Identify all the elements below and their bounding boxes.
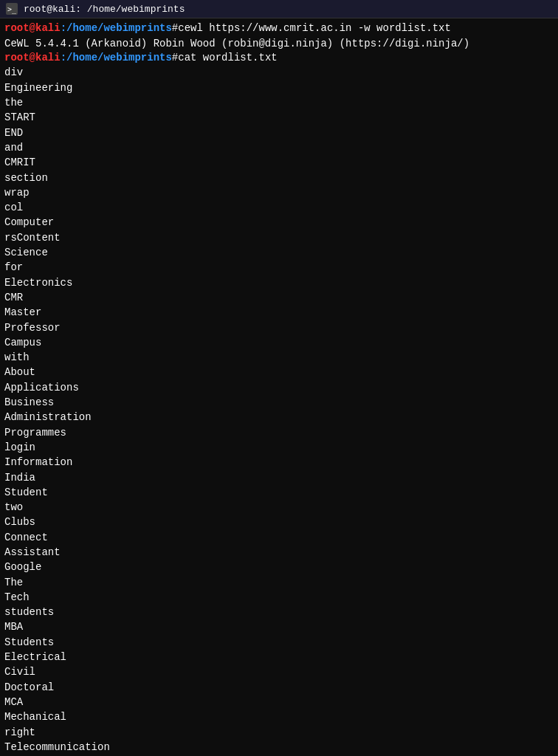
title-bar-text: root@kali: /home/webimprints — [24, 4, 185, 15]
svg-text:>_: >_ — [7, 5, 17, 14]
prompt-hash-1: # — [172, 21, 178, 36]
wordlist-item: Information — [4, 455, 554, 470]
wordlist-item: Connect — [4, 530, 554, 545]
wordlist-item: Professor — [4, 320, 554, 335]
prompt-hash-2: # — [172, 51, 178, 66]
wordlist-item: Science — [4, 245, 554, 260]
wordlist-item: col — [4, 200, 554, 215]
wordlist-item: Administration — [4, 410, 554, 425]
wordlist-item: MCA — [4, 695, 554, 709]
wordlist-item: Applications — [4, 380, 554, 395]
prompt-user-2: root@kali — [4, 51, 61, 66]
wordlist-item: div — [4, 65, 554, 80]
wordlist-item: Engineering — [4, 80, 554, 95]
wordlist-item: Student — [4, 485, 554, 500]
wordlist-item: with — [4, 350, 554, 365]
wordlist-item: Students — [4, 635, 554, 650]
wordlist-item: two — [4, 500, 554, 515]
wordlist-item: Computer — [4, 215, 554, 230]
wordlist-item: rsContent — [4, 230, 554, 245]
wordlist-item: right — [4, 725, 554, 740]
wordlist-item: The — [4, 575, 554, 590]
command-line-2: root@kali:/home/webimprints# cat wordlis… — [4, 51, 554, 66]
prompt-user-1: root@kali — [4, 21, 61, 36]
wordlist-item: Clubs — [4, 515, 554, 529]
wordlist-item: and — [4, 140, 554, 155]
wordlist-item: Master — [4, 305, 554, 320]
prompt-cmd-2: cat wordlist.txt — [178, 51, 277, 66]
wordlist-item: CMRIT — [4, 155, 554, 170]
prompt-path-1: :/home/webimprints — [61, 21, 172, 36]
wordlist-item: the — [4, 95, 554, 110]
wordlist-item: END — [4, 126, 554, 140]
prompt-cmd-1: cewl https://www.cmrit.ac.in -w wordlist… — [178, 21, 451, 36]
wordlist-item: Telecommunication — [4, 740, 554, 755]
wordlist-item: Doctoral — [4, 680, 554, 695]
wordlist-item: Tech — [4, 590, 554, 605]
wordlist-item: CMR — [4, 290, 554, 305]
prompt-path-2: :/home/webimprints — [61, 51, 172, 66]
wordlist-item: Programmes — [4, 425, 554, 440]
wordlist-item: Civil — [4, 664, 554, 679]
wordlist-item: Business — [4, 395, 554, 410]
terminal-window: >_ root@kali: /home/webimprints root@kal… — [0, 0, 558, 756]
wordlist-item: START — [4, 110, 554, 125]
command-line-1: root@kali:/home/webimprints# cewl https:… — [4, 21, 554, 36]
cewl-output: CeWL 5.4.4.1 (Arkanoid) Robin Wood (robi… — [4, 36, 554, 51]
terminal-body[interactable]: root@kali:/home/webimprints# cewl https:… — [0, 18, 558, 756]
wordlist-item: Campus — [4, 335, 554, 350]
wordlist-item: Google — [4, 560, 554, 574]
wordlist-item: Electrical — [4, 650, 554, 664]
wordlist-item: MBA — [4, 619, 554, 634]
wordlist-item: section — [4, 171, 554, 185]
wordlist-item: India — [4, 470, 554, 485]
wordlist-item: wrap — [4, 185, 554, 200]
wordlist-item: About — [4, 365, 554, 379]
wordlist-item: Assistant — [4, 545, 554, 560]
title-bar: >_ root@kali: /home/webimprints — [0, 0, 558, 18]
terminal-icon: >_ — [6, 3, 18, 15]
wordlist-item: students — [4, 605, 554, 619]
wordlist-item: login — [4, 440, 554, 455]
wordlist-container: divEngineeringtheSTARTENDandCMRITsection… — [4, 65, 554, 756]
wordlist-item: for — [4, 260, 554, 275]
wordlist-item: Mechanical — [4, 709, 554, 724]
wordlist-item: Electronics — [4, 275, 554, 290]
